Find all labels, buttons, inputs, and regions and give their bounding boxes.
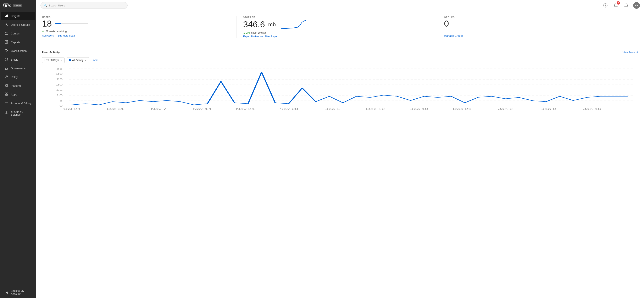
- svg-text:Dec 19: Dec 19: [409, 108, 428, 110]
- help-button[interactable]: ?: [602, 2, 609, 9]
- users-progress: [55, 23, 88, 24]
- user-avatar[interactable]: KK: [633, 2, 640, 9]
- users-value: 18: [42, 19, 230, 28]
- admin-badge: ADMIN: [13, 4, 22, 7]
- back-label: Back to My Account: [11, 289, 32, 296]
- sidebar-item-content[interactable]: Content: [1, 29, 35, 38]
- svg-rect-5: [6, 15, 7, 17]
- manage-groups-link[interactable]: Manage Groups: [444, 34, 463, 37]
- sidebar-item-label: Governance: [11, 67, 26, 70]
- svg-text:10: 10: [56, 94, 63, 96]
- storage-mini-chart: [281, 19, 306, 30]
- sidebar-item-label: Users & Groups: [11, 23, 30, 26]
- view-more-button[interactable]: View More ⬇: [623, 51, 638, 54]
- svg-rect-17: [7, 86, 8, 87]
- activity-title: User Activity: [42, 51, 60, 54]
- sidebar: box ADMIN Insights Users & Groups Conten…: [0, 0, 36, 298]
- svg-point-7: [6, 23, 7, 24]
- period-chevron: ▼: [60, 59, 62, 62]
- svg-text:Nov 14: Nov 14: [192, 108, 212, 110]
- notification-count: 7: [616, 1, 620, 4]
- groups-label: GROUPS: [444, 16, 632, 18]
- activity-filter[interactable]: All Activity ▼: [66, 57, 89, 63]
- svg-text:Oct 31: Oct 31: [106, 108, 124, 110]
- svg-text:Dec 5: Dec 5: [324, 108, 340, 110]
- svg-text:25: 25: [56, 78, 63, 80]
- sidebar-item-relay[interactable]: Relay: [1, 73, 35, 81]
- svg-text:35: 35: [56, 68, 63, 70]
- activity-chart: 35 30 25 20 15 10 5 0: [42, 67, 638, 113]
- content-area: USERS 18 ✔ 82 seats remaining Add Users …: [36, 11, 644, 298]
- svg-point-24: [6, 112, 7, 113]
- svg-point-12: [6, 50, 6, 50]
- sidebar-item-label: Account & Billing: [11, 102, 31, 105]
- svg-text:5: 5: [59, 100, 63, 102]
- stats-row: USERS 18 ✔ 82 seats remaining Add Users …: [42, 16, 638, 44]
- activity-header: User Activity View More ⬇: [42, 51, 638, 54]
- sidebar-item-users-groups[interactable]: Users & Groups: [1, 20, 35, 29]
- sidebar-item-enterprise-settings[interactable]: Enterprise Settings: [1, 108, 35, 118]
- sidebar-item-apps[interactable]: Apps: [1, 90, 35, 99]
- svg-text:Nov 28: Nov 28: [279, 108, 298, 110]
- grid-icon: [4, 92, 8, 96]
- svg-text:Jan 2: Jan 2: [498, 108, 513, 110]
- svg-text:Nov 21: Nov 21: [236, 108, 255, 110]
- main-area: 🔍 ? 7 KK USERS 18: [36, 0, 644, 298]
- doc-icon: [4, 40, 8, 44]
- period-filter[interactable]: Last 90 Days ▼: [42, 57, 64, 63]
- sidebar-item-label: Content: [11, 32, 20, 35]
- header-actions: ? 7 KK: [602, 2, 640, 9]
- add-filter-button[interactable]: + Add: [91, 59, 98, 62]
- filter-row: Last 90 Days ▼ All Activity ▼ + Add: [42, 57, 638, 63]
- add-users-link[interactable]: Add Users: [42, 34, 54, 37]
- sidebar-item-shield[interactable]: Shield: [1, 56, 35, 64]
- search-input[interactable]: [49, 4, 124, 7]
- svg-rect-22: [5, 102, 8, 104]
- chart-svg: 35 30 25 20 15 10 5 0: [42, 67, 638, 112]
- svg-rect-18: [5, 93, 6, 94]
- search-bar[interactable]: 🔍: [40, 2, 128, 9]
- users-links: Add Users | Buy More Seats: [42, 34, 230, 37]
- sidebar-item-platform[interactable]: Platform: [1, 82, 35, 90]
- sidebar-item-governance[interactable]: Governance: [1, 64, 35, 73]
- activity-chevron: ▼: [85, 59, 87, 62]
- storage-links: Export Folders and Files Report: [243, 35, 431, 38]
- x-axis: Oct 24 Oct 31 Nov 7 Nov 14 Nov 21 Nov 28…: [63, 108, 601, 110]
- gear-icon: [4, 111, 8, 115]
- users-stat: USERS 18 ✔ 82 seats remaining Add Users …: [42, 16, 236, 38]
- tag-icon: [4, 49, 8, 53]
- sidebar-item-back[interactable]: ◀ Back to My Account: [1, 287, 35, 298]
- svg-rect-13: [6, 68, 8, 70]
- svg-text:Dec 26: Dec 26: [453, 108, 472, 110]
- svg-rect-14: [5, 84, 6, 85]
- alerts-button[interactable]: [623, 2, 630, 9]
- box-logo: box: [3, 3, 11, 9]
- svg-text:0: 0: [59, 105, 63, 107]
- header: 🔍 ? 7 KK: [36, 0, 644, 11]
- svg-rect-6: [7, 14, 8, 17]
- export-report-link[interactable]: Export Folders and Files Report: [243, 35, 278, 38]
- sidebar-item-label: Shield: [11, 58, 18, 61]
- svg-text:Nov 7: Nov 7: [151, 108, 166, 110]
- sidebar-item-insights[interactable]: Insights: [1, 12, 35, 20]
- sidebar-item-reports[interactable]: Reports: [1, 38, 35, 46]
- notifications-button[interactable]: 7: [612, 2, 619, 9]
- platform-icon: [4, 84, 8, 88]
- svg-text:box: box: [3, 3, 11, 8]
- svg-text:15: 15: [56, 89, 63, 91]
- buy-seats-link[interactable]: Buy More Seats: [58, 34, 75, 37]
- storage-label: STORAGE: [243, 16, 431, 18]
- svg-text:20: 20: [56, 84, 63, 86]
- sidebar-item-label: Relay: [11, 76, 18, 79]
- svg-rect-21: [7, 94, 8, 96]
- seats-remaining: ✔ 82 seats remaining: [42, 30, 230, 33]
- svg-rect-16: [5, 86, 6, 87]
- download-icon: ⬇: [636, 51, 638, 54]
- sidebar-item-classification[interactable]: Classification: [1, 47, 35, 55]
- svg-text:Oct 24: Oct 24: [63, 108, 81, 110]
- sidebar-item-label: Insights: [11, 14, 20, 18]
- sidebar-item-account-billing[interactable]: Account & Billing: [1, 99, 35, 108]
- sidebar-item-label: Platform: [11, 84, 21, 87]
- svg-text:?: ?: [604, 4, 606, 7]
- sidebar-item-label: Reports: [11, 41, 20, 44]
